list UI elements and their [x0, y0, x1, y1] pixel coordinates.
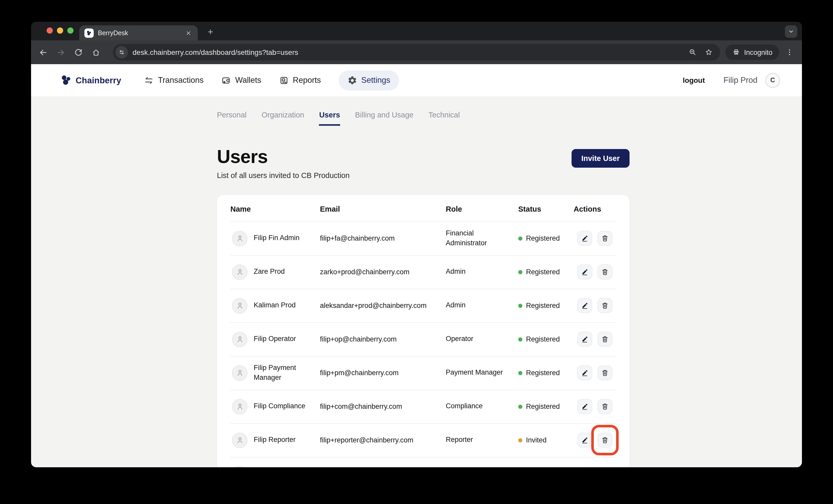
close-window-button[interactable]: [47, 27, 53, 34]
incognito-badge: Incognito: [725, 45, 779, 60]
delete-user-button[interactable]: [597, 433, 613, 448]
page-head: Users List of all users invited to CB Pr…: [217, 147, 629, 179]
delete-user-button[interactable]: [597, 332, 613, 347]
user-email-cell: filip+com@chainberry.com: [320, 403, 446, 410]
user-avatar-placeholder-icon: [232, 230, 247, 246]
settings-tabs: Personal Organization Users Billing and …: [217, 111, 629, 126]
forward-icon[interactable]: [53, 45, 68, 59]
trash-icon: [601, 436, 609, 444]
user-name-cell: Filip Payment Manager: [254, 363, 313, 382]
row-actions: [577, 365, 616, 380]
pencil-icon: [581, 369, 589, 377]
browser-tab-strip: BerryDesk: [31, 22, 802, 40]
new-tab-button[interactable]: [205, 26, 215, 37]
back-icon[interactable]: [36, 45, 50, 59]
table-row: Filip Reporter filip+reporter@chainberry…: [230, 424, 616, 457]
edit-user-button[interactable]: [577, 433, 592, 448]
user-avatar-placeholder-icon: [232, 365, 247, 381]
status-dot: [518, 337, 522, 341]
browser-window: BerryDesk: [31, 22, 802, 467]
edit-user-button[interactable]: [577, 365, 592, 380]
table-row: Filip Operator filip+op@chainberry.com O…: [230, 323, 616, 356]
row-actions: [577, 433, 616, 448]
user-avatar-placeholder-icon: [232, 399, 247, 414]
status-badge: Registered: [518, 302, 574, 309]
settings-tab[interactable]: Technical: [428, 111, 460, 126]
status-dot: [518, 404, 522, 408]
zoom-window-button[interactable]: [67, 27, 73, 34]
reload-icon[interactable]: [71, 45, 86, 59]
user-avatar[interactable]: C: [765, 73, 780, 88]
delete-user-button[interactable]: [597, 399, 613, 414]
pencil-icon: [581, 335, 589, 343]
user-name-cell: Zare Prod: [254, 267, 285, 277]
status-badge: Registered: [518, 335, 574, 343]
status-badge: Registered: [518, 268, 574, 276]
table-row: Zare Prod zarko+prod@chainberry.com Admi…: [230, 255, 616, 289]
nav-item-reports[interactable]: Reports: [279, 75, 321, 85]
tab-search-chevron-icon[interactable]: [785, 25, 797, 38]
tab-title: BerryDesk: [98, 29, 128, 36]
user-email-cell: zarko+prod@chainberry.com: [320, 268, 446, 276]
delete-user-button[interactable]: [597, 231, 613, 246]
trash-icon: [601, 302, 609, 309]
column-header-status: Status: [518, 205, 574, 213]
delete-user-button[interactable]: [597, 298, 613, 313]
nav-item-wallets[interactable]: Wallets: [221, 75, 261, 85]
user-role-cell: Payment Manager: [446, 368, 518, 378]
user-name[interactable]: Filip Prod: [723, 76, 757, 85]
logout-button[interactable]: logout: [683, 76, 705, 84]
status-label: Registered: [526, 403, 560, 410]
user-name-cell: Filip Compliance: [254, 402, 306, 411]
zoom-out-icon[interactable]: [688, 47, 698, 57]
reports-icon: [279, 75, 289, 85]
delete-user-button[interactable]: [597, 264, 613, 279]
trash-icon: [601, 369, 609, 377]
column-header-role: Role: [446, 205, 518, 213]
app-header: Chainberry Transactions Wallets Reports: [31, 64, 802, 96]
transactions-icon: [144, 75, 154, 85]
wallet-icon: [221, 75, 231, 85]
chainberry-logo[interactable]: Chainberry: [60, 74, 121, 86]
status-dot: [518, 303, 522, 308]
user-name-cell: Kaliman Prod: [254, 301, 295, 310]
user-role-cell: Admin: [446, 267, 518, 277]
home-icon[interactable]: [89, 45, 103, 59]
nav-item-transactions[interactable]: Transactions: [144, 75, 204, 85]
settings-tab[interactable]: Users: [319, 111, 340, 126]
user-role-cell: Financial Administrator: [446, 228, 518, 248]
user-role-cell: Compliance: [446, 402, 518, 411]
settings-tab[interactable]: Billing and Usage: [355, 111, 414, 126]
status-badge: Invited: [518, 436, 574, 444]
settings-tab[interactable]: Personal: [217, 111, 246, 126]
edit-user-button[interactable]: [577, 332, 592, 347]
settings-tab[interactable]: Organization: [261, 111, 304, 126]
table-row: Kaliman Prod aleksandar+prod@chainberry.…: [230, 289, 616, 323]
edit-user-button[interactable]: [577, 399, 592, 414]
minimize-window-button[interactable]: [57, 27, 63, 34]
browser-menu-icon[interactable]: [783, 46, 796, 58]
column-header-actions: Actions: [574, 205, 616, 213]
brand-name: Chainberry: [76, 75, 121, 85]
invite-user-button[interactable]: Invite User: [572, 149, 629, 168]
bookmark-star-icon[interactable]: [704, 47, 714, 57]
delete-user-button[interactable]: [597, 365, 613, 380]
edit-user-button[interactable]: [577, 264, 592, 279]
status-label: Registered: [526, 234, 560, 242]
browser-tab[interactable]: BerryDesk: [79, 25, 198, 40]
trash-icon: [601, 234, 609, 242]
table-row-partial: [230, 457, 616, 467]
user-email-cell: filip+op@chainberry.com: [320, 335, 446, 343]
nav-item-settings[interactable]: Settings: [339, 70, 399, 90]
edit-user-button[interactable]: [577, 298, 592, 313]
status-label: Registered: [526, 268, 560, 276]
row-actions: [577, 264, 616, 279]
address-bar[interactable]: desk.chainberry.com/dashboard/settings?t…: [113, 44, 720, 60]
site-settings-icon[interactable]: [115, 46, 128, 58]
column-header-name: Name: [230, 205, 320, 213]
url-text[interactable]: desk.chainberry.com/dashboard/settings?t…: [133, 48, 682, 56]
row-actions: [577, 298, 616, 313]
row-actions: [577, 332, 616, 347]
edit-user-button[interactable]: [577, 231, 592, 246]
tab-close-icon[interactable]: [184, 29, 193, 37]
